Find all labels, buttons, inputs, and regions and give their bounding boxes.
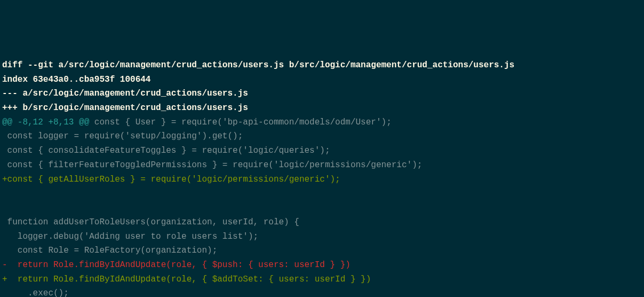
diff-new-file: +++ b/src/logic/management/crud_actions/…	[2, 103, 248, 113]
context-line: .exec();	[2, 288, 69, 297]
context-line: const { filterFeatureToggledPermissions …	[2, 160, 422, 170]
hunk-range: @@ -8,12 +8,13 @@	[2, 118, 89, 127]
context-line: logger.debug('Adding user to role users …	[2, 232, 258, 241]
context-line: const Role = RoleFactory(organization);	[2, 246, 217, 255]
added-line: +const { getAllUserRoles } = require('lo…	[2, 175, 340, 184]
terminal-output: diff --git a/src/logic/management/crud_a…	[2, 58, 642, 297]
context-line: function addUserToRoleUsers(organization…	[2, 217, 299, 227]
context-line: const { consolidateFeatureToggles } = re…	[2, 146, 330, 155]
context-line: const logger = require('setup/logging').…	[2, 131, 243, 141]
removed-line: - return Role.findByIdAndUpdate(role, { …	[2, 260, 351, 270]
diff-index: index 63e43a0..cba953f 100644	[2, 75, 150, 84]
blank-line	[2, 203, 7, 213]
hunk-line: @@ -8,12 +8,13 @@ const { User } = requi…	[2, 118, 392, 127]
hunk-context: const { User } = require('bp-api-common/…	[89, 118, 392, 127]
added-line: + return Role.findByIdAndUpdate(role, { …	[2, 275, 371, 284]
diff-old-file: --- a/src/logic/management/crud_actions/…	[2, 89, 248, 98]
blank-line	[2, 189, 7, 198]
diff-header: diff --git a/src/logic/management/crud_a…	[2, 60, 514, 70]
